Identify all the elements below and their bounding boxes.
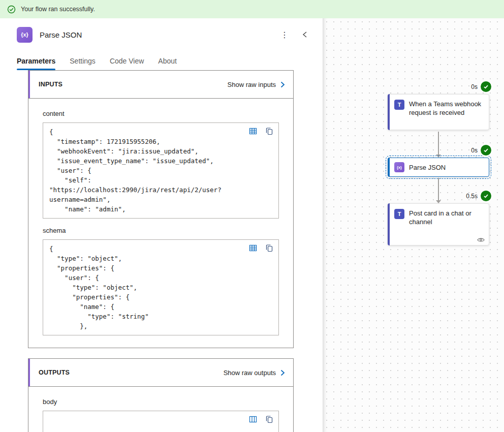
tab-parameters[interactable]: Parameters xyxy=(17,57,55,70)
parse-json-icon: {x} xyxy=(17,27,33,43)
teams-icon-glyph: T xyxy=(398,102,401,108)
copy-button[interactable] xyxy=(264,126,274,136)
copy-button[interactable] xyxy=(264,243,274,253)
table-view-button[interactable] xyxy=(248,126,258,136)
more-menu-button[interactable]: ⋮ xyxy=(278,28,291,41)
copy-icon xyxy=(265,127,273,135)
outputs-section-body: body xyxy=(28,387,294,432)
success-banner: Your flow ran successfully. xyxy=(0,0,504,18)
run-status-badge: 0s xyxy=(471,81,491,92)
inputs-heading: INPUTS xyxy=(39,81,62,88)
schema-code-box[interactable]: { "type": "object", "properties": { "use… xyxy=(43,239,279,335)
panel-title: Parse JSON xyxy=(40,30,82,39)
inputs-section: INPUTS Show raw inputs content xyxy=(28,70,294,348)
success-icon xyxy=(7,5,16,14)
table-icon xyxy=(249,244,257,252)
parse-json-icon: {x} xyxy=(394,162,404,172)
table-view-button[interactable] xyxy=(248,243,258,253)
connector-arrow[interactable] xyxy=(438,178,439,200)
outputs-section: OUTPUTS Show raw outputs body xyxy=(28,358,294,432)
outputs-heading: OUTPUTS xyxy=(39,369,70,376)
table-icon xyxy=(249,127,257,135)
banner-message: Your flow ran successfully. xyxy=(21,6,95,13)
chevron-right-icon xyxy=(280,81,285,88)
node-title: When a Teams webhook request is received xyxy=(409,100,483,117)
node-title: Parse JSON xyxy=(409,163,446,172)
show-raw-inputs-label: Show raw inputs xyxy=(228,81,276,88)
inputs-section-header: INPUTS Show raw inputs xyxy=(28,70,294,99)
run-duration: 0.5s xyxy=(466,193,478,200)
connection-eye-icon xyxy=(477,237,485,243)
run-duration: 0s xyxy=(471,147,478,154)
success-check-icon xyxy=(481,81,491,92)
tab-code-view[interactable]: Code View xyxy=(110,57,144,70)
node-parse-json[interactable]: 0s {x} Parse JSON xyxy=(388,158,489,177)
show-raw-outputs-label: Show raw outputs xyxy=(224,369,276,377)
success-check-icon xyxy=(481,191,491,201)
parse-json-icon-glyph: {x} xyxy=(21,32,28,38)
run-status-badge: 0s xyxy=(471,145,491,156)
copy-icon xyxy=(265,244,273,252)
run-duration: 0s xyxy=(471,83,478,90)
node-title: Post card in a chat or channel xyxy=(409,209,483,226)
table-icon xyxy=(249,415,257,423)
content-code-box[interactable]: { "timestamp": 1721915955206, "webhookEv… xyxy=(43,122,279,219)
inputs-section-body: content xyxy=(28,99,294,348)
copy-icon xyxy=(265,415,273,423)
content-field-label: content xyxy=(43,110,279,117)
collapse-panel-button[interactable] xyxy=(298,28,311,41)
action-details-panel: {x} Parse JSON ⋮ Parameters Settings Cod… xyxy=(0,18,323,432)
teams-icon-glyph: T xyxy=(398,211,401,217)
tab-bar: Parameters Settings Code View About xyxy=(17,57,323,70)
content-code: { "timestamp": 1721915955206, "webhookEv… xyxy=(49,127,272,214)
chevron-right-icon xyxy=(280,369,285,376)
body-code-box[interactable] xyxy=(43,411,279,432)
tab-about[interactable]: About xyxy=(158,57,177,70)
panel-header: {x} Parse JSON ⋮ xyxy=(17,24,312,45)
schema-field-label: schema xyxy=(43,227,279,234)
teams-icon: T xyxy=(394,209,404,219)
show-raw-inputs-link[interactable]: Show raw inputs xyxy=(228,81,285,88)
run-status-badge: 0.5s xyxy=(466,191,491,201)
body-field-label: body xyxy=(43,398,279,406)
success-check-icon xyxy=(481,145,491,156)
copy-button[interactable] xyxy=(264,414,274,424)
node-teams-webhook-trigger[interactable]: 0s T When a Teams webhook request is rec… xyxy=(388,94,489,130)
schema-code: { "type": "object", "properties": { "use… xyxy=(49,244,272,331)
show-raw-outputs-link[interactable]: Show raw outputs xyxy=(224,369,285,377)
parse-json-icon-glyph: {x} xyxy=(397,165,402,170)
tab-settings[interactable]: Settings xyxy=(70,57,96,70)
table-view-button[interactable] xyxy=(248,414,258,424)
connector-arrow[interactable] xyxy=(438,132,439,155)
flow-canvas[interactable]: 0s T When a Teams webhook request is rec… xyxy=(323,18,504,432)
teams-icon: T xyxy=(394,100,404,110)
chevron-left-icon xyxy=(302,31,308,38)
outputs-section-header: OUTPUTS Show raw outputs xyxy=(28,358,294,387)
node-post-card[interactable]: 0.5s T Post card in a chat or channel xyxy=(388,203,489,245)
